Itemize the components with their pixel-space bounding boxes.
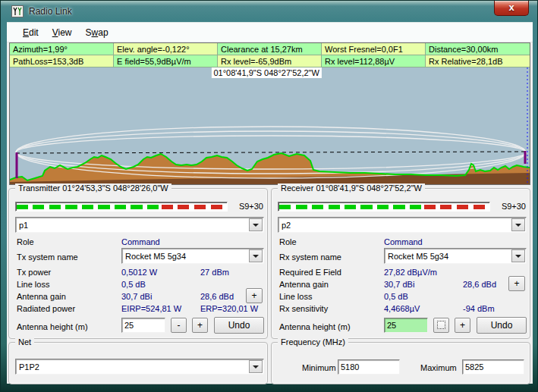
rx-system-selected: Rocket M5 5g34	[385, 252, 511, 261]
chevron-down-icon[interactable]	[511, 218, 525, 231]
tx-meter-green-segments	[17, 205, 162, 209]
terrain-profile-chart[interactable]: 01°08'41,9"S 048°27'52,2"W	[10, 67, 530, 184]
rx-line-loss-value: 0,5 dB	[384, 292, 408, 301]
tx-role-label: Role	[17, 237, 34, 246]
tx-power-dbm: 27 dBm	[200, 268, 229, 277]
status-distance: Distance=30,00km	[426, 43, 530, 55]
titlebar: Radio Link x	[1, 1, 537, 22]
tx-unit-selected: p1	[16, 221, 248, 230]
rx-line-loss-label: Line loss	[279, 292, 312, 301]
transmitter-title: Transmitter 01°24'53,3"S 048°28'26,0"W	[15, 183, 171, 193]
rx-antenna-gain-label: Antenna gain	[279, 280, 329, 289]
status-elev-angle: Elev. angle=-0,122°	[114, 43, 218, 55]
rx-sensitivity-uv: 4,4668µV	[384, 304, 420, 313]
rx-system-combobox[interactable]: Rocket M5 5g34	[384, 248, 527, 264]
rx-height-decrement-button[interactable]	[433, 318, 449, 333]
tx-undo-button[interactable]: Undo	[214, 317, 264, 334]
spec-row: Antenna gain 30,7 dBi 28,6 dBd	[279, 280, 525, 290]
rx-meter-green-segments	[279, 205, 424, 209]
receiver-group: Receiver 01°08'41,9"S 048°27'52,2"W S9+3…	[271, 188, 530, 339]
spec-row: Line loss 0,5 dB	[279, 292, 525, 303]
tx-system-selected: Rocket M5 5g34	[122, 252, 248, 261]
status-clearance: Clearance at 15,27km	[218, 43, 322, 55]
net-group: Net P1P2	[8, 342, 268, 384]
rx-height-increment-button[interactable]: +	[455, 318, 470, 333]
tx-antenna-gain-plus-button[interactable]: +	[246, 288, 263, 303]
status-e-field: E field=55,9dBµV/m	[114, 55, 218, 67]
tx-gain-dbd: 28,6 dBd	[200, 292, 234, 301]
tx-signal-meter	[15, 202, 228, 212]
tx-power-label: Tx power	[17, 268, 51, 277]
focus-rect	[437, 321, 445, 329]
frequency-title: Frequency (MHz)	[278, 337, 348, 347]
tx-antenna-gain-label: Antenna gain	[17, 292, 66, 301]
status-worst-fresnel: Worst Fresnel=0,0F1	[322, 43, 426, 55]
rx-role-label: Role	[279, 237, 297, 246]
chevron-down-icon[interactable]	[249, 249, 263, 262]
chevron-down-icon[interactable]	[511, 249, 525, 262]
chevron-down-icon[interactable]	[249, 360, 263, 373]
tx-radiated-power-label: Radiated power	[17, 304, 75, 313]
menu-edit[interactable]: Edit	[16, 25, 46, 40]
tx-power-w: 0,5012 W	[121, 268, 157, 277]
client-area: Edit View Swap Azimuth=1,99° Elev. angle…	[7, 22, 533, 384]
spec-row: Rx sensitivity 4,4668µV -94 dBm	[279, 304, 525, 315]
tx-height-decrement-button[interactable]: -	[171, 318, 187, 333]
menu-swap[interactable]: Swap	[79, 25, 115, 40]
frequency-min-input[interactable]	[338, 359, 400, 375]
rx-required-e-field-label: Required E Field	[279, 268, 341, 277]
rx-smeter-label: S9+30	[502, 202, 526, 211]
rx-required-e-field-value: 27,82 dBµV/m	[384, 268, 437, 277]
net-selected: P1P2	[16, 362, 248, 372]
status-rx-level-uv: Rx level=112,88µV	[322, 55, 426, 67]
chevron-down-icon[interactable]	[249, 218, 263, 231]
tx-smeter-label: S9+30	[239, 202, 263, 211]
status-rx-level-dbm: Rx level=-65,9dBm	[218, 55, 322, 67]
link-status-grid: Azimuth=1,99° Elev. angle=-0,122° Cleara…	[10, 43, 530, 67]
tx-line-loss-value: 0,5 dB	[121, 280, 146, 289]
status-pathloss: PathLoss=153,3dB	[10, 55, 114, 67]
tx-meter-red-segments	[162, 205, 226, 209]
rx-sensitivity-dbm: -94 dBm	[463, 304, 495, 313]
rx-antenna-gain-plus-button[interactable]: +	[508, 276, 525, 291]
frequency-min-label: Minimum	[302, 363, 336, 372]
status-azimuth: Azimuth=1,99°	[10, 43, 114, 55]
tx-height-increment-button[interactable]: +	[192, 318, 208, 333]
radio-link-window: Radio Link x Edit View Swap Azimuth=1,99…	[0, 0, 538, 392]
spec-row: Antenna gain 30,7 dBi 28,6 dBd	[17, 292, 263, 303]
tx-antenna-height-label: Antenna height (m)	[17, 322, 88, 331]
close-button[interactable]: x	[494, 1, 529, 16]
window-title: Radio Link	[29, 6, 72, 17]
tx-role-value: Command	[121, 237, 160, 246]
rx-undo-button[interactable]: Undo	[477, 317, 527, 334]
frequency-max-input[interactable]	[462, 359, 524, 375]
transmitter-group: Transmitter 01°24'53,3"S 048°28'26,0"W S…	[8, 188, 268, 339]
tx-system-label: Tx system name	[17, 252, 78, 262]
rx-antenna-height-label: Antenna height (m)	[279, 322, 351, 331]
menu-bar: Edit View Swap	[7, 23, 533, 42]
net-combobox[interactable]: P1P2	[15, 359, 264, 375]
spec-row: Radiated power EIRP=524,81 W ERP=320,01 …	[17, 304, 263, 315]
rx-gain-dbi: 30,7 dBi	[384, 280, 414, 289]
rx-sensitivity-label: Rx sensitivity	[279, 304, 328, 313]
radio-link-app-icon	[11, 5, 24, 17]
tx-erp-value: ERP=320,01 W	[200, 304, 258, 313]
rx-gain-dbd: 28,6 dBd	[463, 280, 496, 289]
rx-meter-red-segments	[424, 205, 489, 209]
rx-role-row: Role Command	[279, 237, 525, 248]
rx-unit-selected: p2	[278, 221, 511, 230]
rx-unit-combobox[interactable]: p2	[278, 217, 527, 233]
tx-antenna-height-input[interactable]	[121, 318, 165, 333]
status-rx-relative: Rx Relative=28,1dB	[426, 55, 530, 67]
menu-view[interactable]: View	[46, 25, 79, 40]
tx-unit-combobox[interactable]: p1	[15, 217, 264, 233]
cursor-position-label: 01°08'41,9"S 048°27'52,2"W	[211, 67, 321, 78]
tx-system-combobox[interactable]: Rocket M5 5g34	[121, 248, 264, 264]
receiver-title: Receiver 01°08'41,9"S 048°27'52,2"W	[278, 183, 425, 193]
spec-row: Line loss 0,5 dB	[17, 280, 263, 290]
spec-row: Tx power 0,5012 W 27 dBm	[17, 268, 263, 278]
frequency-group: Frequency (MHz) Minimum Maximum	[271, 342, 530, 384]
tx-line-loss-label: Line loss	[17, 280, 49, 289]
link-panel: Azimuth=1,99° Elev. angle=-0,122° Cleara…	[9, 42, 530, 185]
rx-antenna-height-input[interactable]	[384, 318, 428, 333]
